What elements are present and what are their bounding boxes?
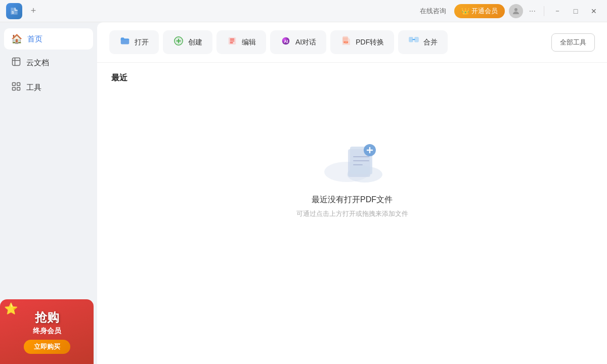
svg-rect-8 bbox=[17, 87, 20, 90]
open-button[interactable]: 打开 bbox=[109, 30, 159, 54]
open-label: 打开 bbox=[135, 38, 149, 47]
edit-icon bbox=[227, 35, 238, 49]
titlebar-divider bbox=[544, 6, 544, 16]
vip-button[interactable]: 👑 开通会员 bbox=[454, 4, 505, 18]
online-consult-link[interactable]: 在线咨询 bbox=[416, 5, 450, 18]
home-icon: 🏠 bbox=[11, 33, 22, 44]
close-button[interactable]: ✕ bbox=[587, 4, 601, 18]
create-label: 创建 bbox=[188, 38, 202, 47]
open-icon bbox=[119, 35, 131, 49]
minimize-button[interactable]: － bbox=[550, 4, 565, 18]
banner-buy-button[interactable]: 立即购买 bbox=[24, 340, 70, 354]
ai-icon: AI bbox=[280, 35, 291, 49]
merge-label: 合并 bbox=[423, 38, 438, 47]
recent-section: 最近 bbox=[97, 63, 607, 259]
edit-label: 编辑 bbox=[242, 38, 256, 47]
banner-top-text: 抢购 bbox=[35, 309, 59, 326]
empty-sub-text: 可通过点击上方打开或拖拽来添加文件 bbox=[296, 209, 408, 218]
sidebar-item-home[interactable]: 🏠 首页 bbox=[4, 28, 93, 50]
cloud-icon bbox=[11, 57, 21, 69]
svg-text:S: S bbox=[12, 11, 14, 14]
titlebar-right: 在线咨询 👑 开通会员 ··· － □ ✕ bbox=[416, 4, 601, 18]
banner-star-icon: ⭐ bbox=[4, 302, 18, 315]
banner-sub-text: 终身会员 bbox=[33, 327, 61, 336]
pdf-button[interactable]: PDF PDF转换 bbox=[330, 30, 394, 54]
ai-label: AI对话 bbox=[295, 38, 316, 47]
svg-text:PDF: PDF bbox=[344, 41, 349, 44]
maximize-button[interactable]: □ bbox=[569, 4, 583, 18]
pdf-label: PDF转换 bbox=[356, 38, 384, 47]
toolbar: 打开 创建 bbox=[97, 22, 607, 63]
merge-button[interactable]: 合并 bbox=[398, 30, 448, 54]
empty-illustration bbox=[322, 134, 382, 185]
recent-title: 最近 bbox=[111, 73, 593, 83]
promo-banner[interactable]: ⭐ 抢购 终身会员 立即购买 bbox=[0, 299, 94, 364]
svg-text:AI: AI bbox=[284, 39, 288, 44]
vip-label: 开通会员 bbox=[471, 7, 498, 16]
titlebar: S + 在线咨询 👑 开通会员 ··· － □ ✕ bbox=[0, 0, 607, 22]
all-tools-button[interactable]: 全部工具 bbox=[551, 33, 595, 52]
create-icon bbox=[173, 35, 184, 49]
sidebar-item-tools-label: 工具 bbox=[26, 83, 41, 93]
edit-button[interactable]: 编辑 bbox=[216, 30, 266, 54]
vip-icon: 👑 bbox=[461, 7, 469, 15]
svg-rect-6 bbox=[17, 83, 20, 86]
create-button[interactable]: 创建 bbox=[163, 30, 212, 54]
empty-main-text: 最近没有打开PDF文件 bbox=[312, 195, 393, 205]
app-logo: S bbox=[6, 3, 22, 19]
svg-rect-2 bbox=[13, 58, 20, 66]
user-avatar[interactable] bbox=[509, 4, 523, 18]
pdf-icon: PDF bbox=[340, 35, 352, 49]
sidebar-item-cloud[interactable]: 云文档 bbox=[4, 52, 93, 74]
merge-icon bbox=[408, 35, 419, 49]
new-tab-button[interactable]: + bbox=[26, 4, 40, 18]
content-area: 打开 创建 bbox=[97, 22, 607, 364]
ai-button[interactable]: AI AI对话 bbox=[270, 30, 326, 54]
svg-rect-7 bbox=[13, 87, 16, 90]
sidebar-item-cloud-label: 云文档 bbox=[26, 58, 49, 68]
svg-rect-5 bbox=[13, 83, 16, 86]
sidebar-item-tools[interactable]: 工具 bbox=[4, 76, 93, 99]
empty-state: 最近没有打开PDF文件 可通过点击上方打开或拖拽来添加文件 bbox=[111, 94, 593, 249]
more-button[interactable]: ··· bbox=[527, 5, 538, 18]
svg-rect-18 bbox=[409, 37, 413, 42]
svg-rect-19 bbox=[415, 37, 418, 42]
svg-point-1 bbox=[514, 8, 517, 11]
tools-icon bbox=[11, 81, 21, 94]
sidebar-item-home-label: 首页 bbox=[27, 34, 42, 44]
